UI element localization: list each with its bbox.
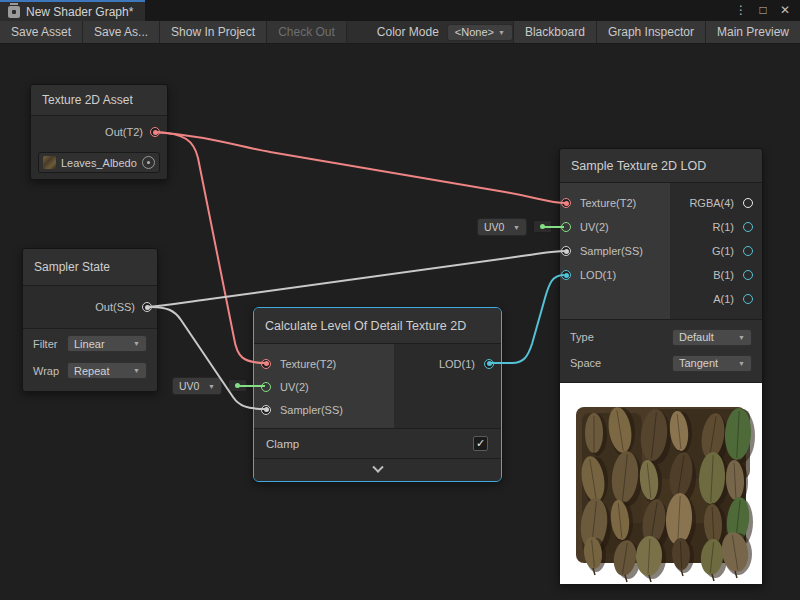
- type-dropdown[interactable]: Default ▼: [672, 329, 752, 346]
- port-label-out-ss: Out(SS): [95, 301, 135, 313]
- object-picker-icon[interactable]: [142, 156, 155, 169]
- color-mode-value: <None>: [455, 26, 494, 38]
- port-in-sampler[interactable]: [261, 405, 271, 415]
- uv-connector-sample: [533, 220, 552, 233]
- port-label-rgba: RGBA(4): [689, 197, 734, 209]
- port-label-lod: LOD(1): [580, 269, 616, 281]
- node-texture-2d-asset[interactable]: Texture 2D Asset Out(T2) Leaves_Albedo: [30, 84, 168, 180]
- uv-connector-calc: [228, 379, 247, 392]
- tab-new-shader-graph[interactable]: New Shader Graph*: [0, 0, 145, 21]
- space-label: Space: [570, 357, 672, 369]
- port-in-texture[interactable]: [261, 359, 271, 369]
- blackboard-toggle-button[interactable]: Blackboard: [513, 21, 597, 43]
- uv-channel-value: UV0: [179, 380, 199, 392]
- port-out-r[interactable]: [743, 222, 753, 232]
- uv-channel-dropdown-calc[interactable]: UV0 ▼: [172, 377, 222, 395]
- filter-label: Filter: [33, 338, 67, 350]
- save-as-button[interactable]: Save As...: [83, 21, 160, 43]
- port-label-lod-out: LOD(1): [439, 358, 475, 370]
- chevron-down-icon: ▼: [133, 340, 140, 347]
- uv-channel-dropdown-sample[interactable]: UV0 ▼: [477, 218, 527, 236]
- node-sampler-state[interactable]: Sampler State Out(SS) Filter Linear ▼ Wr…: [22, 248, 158, 392]
- chevron-down-icon: ▼: [738, 334, 745, 341]
- port-out-b[interactable]: [743, 270, 753, 280]
- maximize-icon[interactable]: □: [754, 0, 772, 21]
- port-in-uv[interactable]: [561, 222, 571, 232]
- texture-name: Leaves_Albedo: [61, 157, 137, 169]
- texture-preview: [560, 382, 762, 584]
- port-label-uv: UV(2): [280, 381, 309, 393]
- filter-dropdown[interactable]: Linear ▼: [67, 335, 147, 352]
- port-label-uv: UV(2): [580, 221, 609, 233]
- port-label-g: G(1): [712, 245, 734, 257]
- check-out-button: Check Out: [267, 21, 347, 43]
- clamp-label: Clamp: [266, 438, 299, 450]
- node-sample-texture-2d-lod[interactable]: Sample Texture 2D LOD Texture(T2) UV(2) …: [559, 148, 763, 585]
- node-title: Calculate Level Of Detail Texture 2D: [254, 308, 501, 344]
- color-mode-dropdown[interactable]: <None> ▼: [447, 24, 513, 41]
- port-label-a: A(1): [713, 293, 734, 305]
- chevron-down-icon: ▼: [498, 29, 505, 36]
- shader-graph-asset-icon: [8, 6, 20, 18]
- show-in-project-button[interactable]: Show In Project: [160, 21, 267, 43]
- chevron-down-icon: ▼: [133, 367, 140, 374]
- node-calculate-lod-texture-2d[interactable]: Calculate Level Of Detail Texture 2D Tex…: [253, 307, 502, 482]
- port-in-sampler[interactable]: [561, 246, 571, 256]
- uv-port-dot-icon: [540, 224, 545, 229]
- port-out-lod[interactable]: [484, 359, 494, 369]
- tab-title: New Shader Graph*: [26, 5, 133, 19]
- node-title: Texture 2D Asset: [31, 85, 167, 116]
- texture-object-field[interactable]: Leaves_Albedo: [38, 152, 160, 173]
- port-in-lod[interactable]: [561, 270, 571, 280]
- port-out-texture2d[interactable]: [150, 127, 160, 137]
- collapse-chevron-icon: [372, 462, 383, 473]
- port-out-sampler[interactable]: [142, 302, 152, 312]
- chevron-down-icon: ▼: [208, 383, 215, 390]
- save-asset-button[interactable]: Save Asset: [0, 21, 83, 43]
- color-mode-label: Color Mode: [347, 21, 447, 43]
- node-title: Sampler State: [23, 249, 157, 286]
- main-preview-toggle-button[interactable]: Main Preview: [706, 21, 800, 43]
- close-icon[interactable]: ✕: [776, 0, 794, 21]
- shader-graph-toolbar: Save Asset Save As... Show In Project Ch…: [0, 21, 800, 44]
- node-title: Sample Texture 2D LOD: [560, 149, 762, 183]
- port-label-out-t2: Out(T2): [105, 126, 143, 138]
- port-out-g[interactable]: [743, 246, 753, 256]
- graph-inspector-toggle-button[interactable]: Graph Inspector: [597, 21, 706, 43]
- port-label-b: B(1): [713, 269, 734, 281]
- port-label-sampler: Sampler(SS): [580, 245, 643, 257]
- port-label-sampler: Sampler(SS): [280, 404, 343, 416]
- port-out-a[interactable]: [743, 294, 753, 304]
- wrap-dropdown[interactable]: Repeat ▼: [67, 362, 147, 379]
- texture-thumbnail-icon: [43, 156, 56, 169]
- port-label-r: R(1): [713, 221, 734, 233]
- port-label-texture: Texture(T2): [280, 358, 336, 370]
- port-in-uv[interactable]: [261, 382, 271, 392]
- chevron-down-icon: ▼: [738, 360, 745, 367]
- space-dropdown[interactable]: Tangent ▼: [672, 355, 752, 372]
- title-bar: New Shader Graph* ⋮ □ ✕: [0, 0, 800, 21]
- type-label: Type: [570, 331, 672, 343]
- collapse-node-button[interactable]: [254, 458, 501, 481]
- port-in-texture[interactable]: [561, 198, 571, 208]
- uv-channel-value: UV0: [484, 221, 504, 233]
- window-menu-icon[interactable]: ⋮: [732, 0, 750, 21]
- port-out-rgba[interactable]: [743, 198, 753, 208]
- uv-port-dot-icon: [235, 383, 240, 388]
- wrap-label: Wrap: [33, 365, 67, 377]
- clamp-checkbox[interactable]: ✓: [473, 436, 488, 451]
- port-label-texture: Texture(T2): [580, 197, 636, 209]
- chevron-down-icon: ▼: [513, 224, 520, 231]
